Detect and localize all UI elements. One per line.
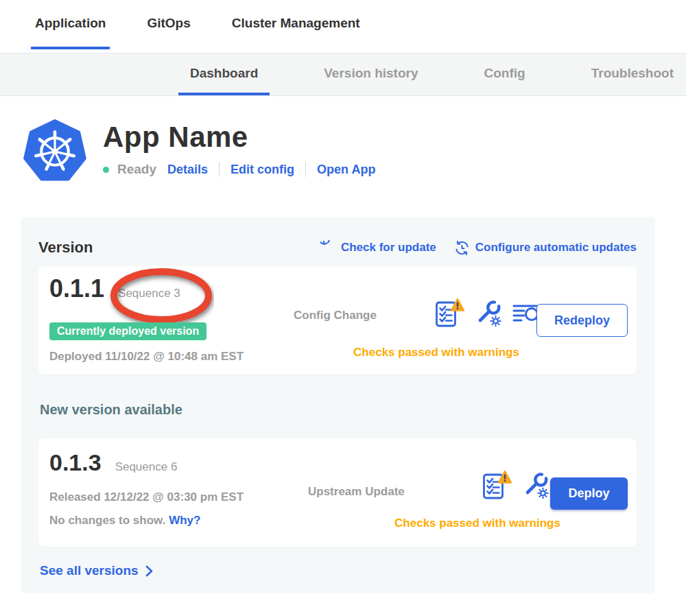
no-changes-text: No changes to show.: [49, 514, 165, 527]
app-subnav: Dashboard Version history Config Trouble…: [0, 53, 686, 96]
available-version-number: 0.1.3: [49, 449, 102, 476]
current-source-label: Config Change: [294, 309, 377, 322]
page-title: App Name: [103, 121, 375, 154]
version-panel: Version Check for update Configure autom…: [21, 217, 655, 593]
refresh-icon: [320, 240, 335, 255]
tab-gitops[interactable]: GitOps: [143, 0, 194, 49]
open-app-link[interactable]: Open App: [317, 163, 375, 177]
check-for-update-link[interactable]: Check for update: [320, 240, 436, 255]
current-checks-status: Checks passed with warnings: [285, 346, 587, 359]
details-link[interactable]: Details: [167, 163, 208, 177]
tab-dashboard[interactable]: Dashboard: [178, 54, 270, 95]
redeploy-button[interactable]: Redeploy: [536, 304, 628, 337]
check-for-update-label: Check for update: [341, 241, 436, 254]
auto-update-icon: [454, 240, 470, 256]
why-link[interactable]: Why?: [169, 514, 200, 527]
tab-version-history[interactable]: Version history: [312, 54, 429, 95]
status-badge: Ready: [117, 162, 156, 177]
config-wrench-icon[interactable]: [475, 300, 503, 328]
tab-cluster-management[interactable]: Cluster Management: [228, 0, 364, 49]
status-dot: [103, 167, 109, 173]
warning-badge-icon: [451, 299, 464, 311]
version-heading: Version: [38, 239, 93, 257]
chevron-right-icon: [145, 565, 154, 578]
deployed-timestamp: Deployed 11/10/22 @ 10:48 am EST: [49, 350, 244, 364]
config-wrench-icon[interactable]: [522, 472, 550, 500]
warning-badge-icon: [499, 471, 511, 483]
edit-config-link[interactable]: Edit config: [230, 163, 294, 177]
configure-auto-updates-link[interactable]: Configure automatic updates: [454, 240, 637, 256]
current-version-card: 0.1.1 Sequence 3 Currently deployed vers…: [38, 266, 637, 375]
see-all-versions-link[interactable]: See all versions: [40, 563, 154, 578]
new-version-available-heading: New version available: [40, 402, 637, 418]
tab-application[interactable]: Application: [31, 0, 110, 49]
divider: [219, 162, 220, 177]
preflight-checklist-icon[interactable]: [434, 298, 466, 330]
available-version-card: 0.1.3 Sequence 6 Released 12/12/22 @ 03:…: [38, 438, 637, 547]
primary-nav: Application GitOps Cluster Management: [0, 0, 686, 49]
tab-config[interactable]: Config: [473, 54, 537, 95]
no-changes-note: No changes to show. Why?: [49, 514, 200, 528]
preflight-checklist-icon[interactable]: [481, 470, 513, 502]
current-version-number: 0.1.1: [49, 274, 104, 303]
tab-troubleshoot[interactable]: Troubleshoot: [580, 54, 685, 95]
configure-auto-updates-label: Configure automatic updates: [475, 241, 637, 254]
available-source-label: Upstream Update: [308, 485, 405, 499]
deployed-badge: Currently deployed version: [49, 322, 206, 340]
current-sequence-label: Sequence 3: [118, 287, 180, 300]
app-header: App Name Ready Details Edit config Open …: [23, 119, 686, 182]
kubernetes-logo: [23, 119, 86, 182]
available-checks-status: Checks passed with warnings: [327, 517, 628, 530]
released-timestamp: Released 12/12/22 @ 03:30 pm EST: [49, 490, 244, 504]
deploy-button[interactable]: Deploy: [550, 477, 628, 510]
see-all-versions-label: See all versions: [40, 563, 139, 578]
divider: [305, 162, 306, 177]
available-sequence-label: Sequence 6: [115, 460, 178, 474]
